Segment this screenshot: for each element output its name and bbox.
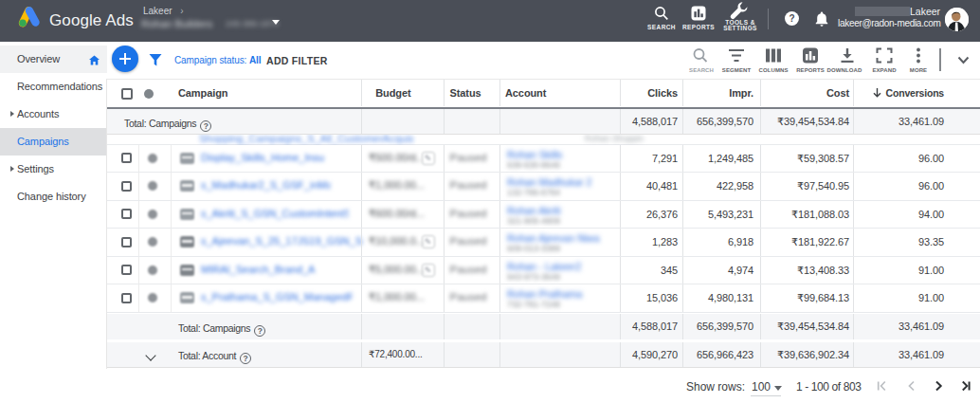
svg-text:?: ?: [789, 13, 794, 24]
